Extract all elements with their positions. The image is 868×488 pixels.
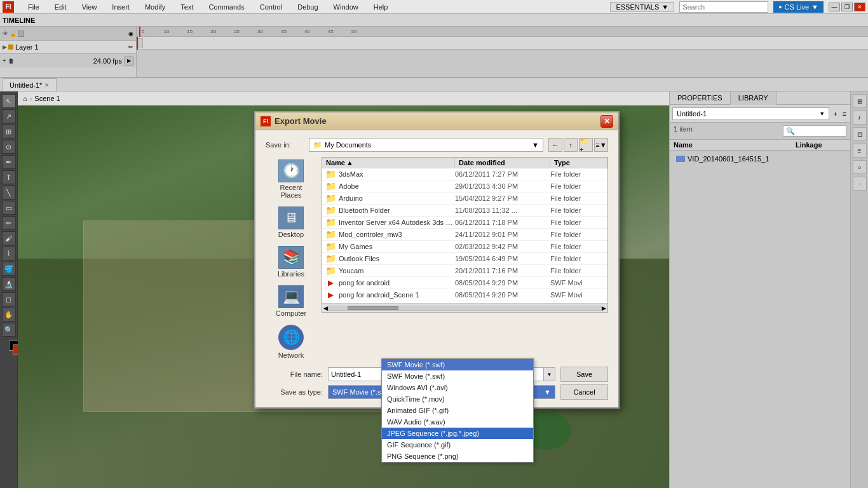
scroll-right-btn[interactable]: ▶ <box>602 305 606 311</box>
scroll-left-btn[interactable]: ◀ <box>323 305 328 311</box>
menu-help[interactable]: Help <box>370 2 392 12</box>
export-movie-dialog[interactable]: Fl Export Movie ✕ Save in: 📁 My Document… <box>254 111 620 409</box>
file-row[interactable]: 📁Bluetooth Folder11/08/2013 11:32 ...Fil… <box>322 205 607 217</box>
essentials-button[interactable]: ESSENTIALS ▼ <box>610 2 674 12</box>
view-options-button[interactable]: ≡▼ <box>594 138 608 152</box>
delete-layer-icon[interactable]: 🗑 <box>8 58 14 64</box>
col-name-header[interactable]: Name ▲ <box>322 158 455 168</box>
subselect-tool[interactable]: ↗ <box>2 109 16 123</box>
menu-window[interactable]: Window <box>330 2 362 12</box>
panel-icon-transform[interactable]: ⊡ <box>853 127 867 141</box>
horizontal-scrollbar[interactable]: ◀ ▶ <box>322 303 607 312</box>
up-folder-button[interactable]: ↑ <box>564 138 578 152</box>
tab-untitled-1[interactable]: Untitled-1* ✕ <box>3 78 57 91</box>
file-row[interactable]: 📁Arduino15/04/2012 9:27 PMFile folder <box>322 193 607 205</box>
hand-tool[interactable]: ✋ <box>2 308 16 322</box>
library-options-btn[interactable]: ≡ <box>841 109 848 119</box>
cs-live-button[interactable]: ● CS Live ▼ <box>773 1 824 13</box>
paint-tool[interactable]: 🪣 <box>2 262 16 276</box>
file-row[interactable]: 📁3dsMax06/12/2011 7:27 PMFile folder <box>322 168 607 180</box>
layer-row-1[interactable]: ▶ Layer 1 ✏ <box>0 41 136 53</box>
layer-color <box>8 44 13 50</box>
panel-icon-dot[interactable]: · <box>853 177 867 191</box>
add-layer-icon[interactable]: + <box>3 58 6 64</box>
nav-computer[interactable]: 💻 Computer <box>268 283 314 320</box>
menu-modify[interactable]: Modify <box>141 2 169 12</box>
text-tool[interactable]: T <box>2 170 16 184</box>
create-folder-button[interactable]: 📁+ <box>579 138 593 152</box>
scroll-thumb[interactable] <box>348 306 398 310</box>
nav-recent-places[interactable]: 🕐 Recent Places <box>268 157 314 201</box>
scroll-track[interactable] <box>328 306 602 311</box>
nav-libraries[interactable]: 📚 Libraries <box>268 243 314 280</box>
file-row[interactable]: ▶pong for android08/05/2014 9:29 PMSWF M… <box>322 277 607 289</box>
menu-insert[interactable]: Insert <box>108 2 133 12</box>
layer-pencil-icon: ✏ <box>128 44 133 50</box>
rect-tool[interactable]: ▭ <box>2 201 16 215</box>
nav-desktop[interactable]: 🖥 Desktop <box>268 204 314 241</box>
library-dropdown[interactable]: Untitled-1 ▼ <box>672 107 829 120</box>
file-icon: 📁 <box>325 217 336 227</box>
eraser-tool[interactable]: ◻ <box>2 292 16 306</box>
cancel-button[interactable]: Cancel <box>560 384 608 400</box>
file-row[interactable]: 📁My Games02/03/2012 9:42 PMFile folder <box>322 241 607 253</box>
file-row[interactable]: 📁Youcam20/12/2011 7:16 PMFile folder <box>322 265 607 277</box>
menu-debug[interactable]: Debug <box>294 2 322 12</box>
menu-control[interactable]: Control <box>256 2 286 12</box>
tab-close-icon[interactable]: ✕ <box>44 82 50 88</box>
panel-icon-props[interactable]: 𝑖 <box>853 111 867 125</box>
nav-desktop-label: Desktop <box>278 231 304 238</box>
file-row[interactable]: 📁Mod_controler_mw324/11/2012 9:01 PMFile… <box>322 229 607 241</box>
transform-tool[interactable]: ⊞ <box>2 125 16 139</box>
panel-icon-grid[interactable]: ⊞ <box>853 94 867 108</box>
save-button[interactable]: Save <box>560 367 608 382</box>
file-row[interactable]: 📁Outlook Files19/05/2014 6:49 PMFile fol… <box>322 253 607 265</box>
back-button[interactable]: ← <box>548 138 562 152</box>
playhead[interactable] <box>139 27 140 37</box>
dialog-body: Save in: 📁 My Documents ▼ ← ↑ 📁+ ≡▼ <box>255 130 618 407</box>
folder-icon: 📁 <box>325 169 336 179</box>
pencil-tool[interactable]: ✏ <box>2 216 16 230</box>
filename-dropdown-btn[interactable]: ▼ <box>543 368 555 381</box>
brush-tool[interactable]: 🖌 <box>2 231 16 245</box>
nav-network[interactable]: 🌐 Network <box>268 322 314 362</box>
menu-commands[interactable]: Commands <box>205 2 248 12</box>
lasso-tool[interactable]: ⊙ <box>2 140 16 154</box>
panel-icon-align[interactable]: ≡ <box>853 144 867 158</box>
close-button[interactable]: ✕ <box>854 3 865 11</box>
col-date-header[interactable]: Date modified <box>455 158 550 168</box>
line-tool[interactable]: ╲ <box>2 186 16 200</box>
file-row[interactable]: 📁Adobe29/01/2013 4:30 PMFile folder <box>322 180 607 193</box>
ink-tool[interactable]: ⌇ <box>2 247 16 261</box>
panel-icon-circle[interactable]: ○ <box>853 160 867 174</box>
library-search-input[interactable] <box>783 125 846 137</box>
swf-icon: ▶ <box>328 279 333 287</box>
tab-library[interactable]: LIBRARY <box>731 92 776 105</box>
file-list-scroll[interactable]: 📁3dsMax06/12/2011 7:27 PMFile folder📁Ado… <box>322 168 607 303</box>
select-tool[interactable]: ↖ <box>2 94 16 108</box>
col-type-header[interactable]: Type <box>550 158 607 168</box>
panel-tabs: PROPERTIES LIBRARY <box>670 92 850 105</box>
filename-input[interactable] <box>329 368 543 381</box>
menu-view[interactable]: View <box>78 2 101 12</box>
file-row[interactable]: 📁Inventor Server x64 Autodesk 3ds Max 20… <box>322 217 607 229</box>
dialog-close-button[interactable]: ✕ <box>600 115 613 128</box>
minimize-button[interactable]: — <box>829 3 840 11</box>
file-row[interactable]: ▶pong for android_Scene 108/05/2014 9:20… <box>322 289 607 301</box>
search-input[interactable] <box>679 1 768 13</box>
library-new-btn[interactable]: + <box>832 109 838 119</box>
saveastype-dropdown[interactable]: SWF Movie (*.swf) ▼ <box>328 385 555 399</box>
breadcrumb-scene[interactable]: Scene 1 <box>34 95 60 102</box>
menu-text[interactable]: Text <box>177 2 197 12</box>
play-btn[interactable]: ▶ <box>125 57 133 65</box>
maximize-button[interactable]: ❐ <box>841 3 853 11</box>
tab-properties[interactable]: PROPERTIES <box>670 92 731 104</box>
zoom-tool[interactable]: 🔍 <box>2 323 16 337</box>
save-in-dropdown[interactable]: 📁 My Documents ▼ <box>309 138 543 152</box>
eyedropper-tool[interactable]: 🔬 <box>2 277 16 291</box>
file-list-area: Name ▲ Date modified Type 📁3dsMax06/12/2… <box>322 157 608 313</box>
menu-file[interactable]: File <box>24 2 43 12</box>
menu-edit[interactable]: Edit <box>51 2 71 12</box>
pen-tool[interactable]: ✒ <box>2 155 16 169</box>
library-item-0[interactable]: VID_20140601_164515_1 <box>672 153 848 165</box>
